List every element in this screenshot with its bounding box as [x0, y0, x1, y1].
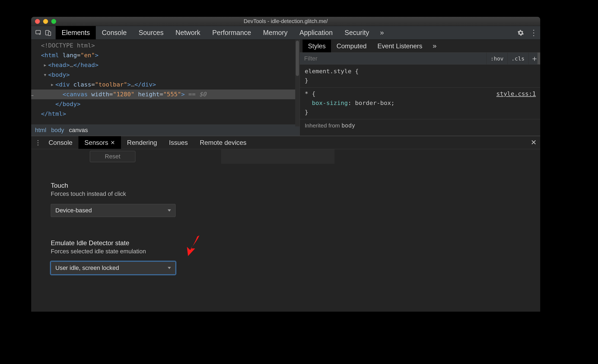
styles-panel: StylesComputedEvent Listeners» :hov .cls…	[300, 40, 540, 136]
dom-node[interactable]: <canvas width="1280" height="555"> == $0	[31, 90, 300, 99]
element-style-rule: element.style { }	[305, 67, 536, 85]
cls-toggle[interactable]: .cls	[507, 53, 528, 64]
touch-select[interactable]: Device-based	[51, 204, 176, 217]
idle-subtitle: Forces selected idle state emulation	[51, 248, 176, 255]
breadcrumb: htmlbodycanvas	[31, 124, 300, 136]
disabled-field-placeholder	[221, 149, 335, 164]
idle-state-select[interactable]: User idle, screen locked	[51, 261, 176, 274]
touch-title: Touch	[51, 182, 176, 189]
dom-node[interactable]: </body>	[36, 99, 300, 109]
drawer-tab-remote-devices[interactable]: Remote devices	[194, 136, 252, 149]
tab-memory[interactable]: Memory	[257, 26, 293, 39]
styles-filter-row: :hov .cls ＋	[300, 53, 540, 65]
device-toggle-icon[interactable]	[45, 29, 52, 36]
styles-tab-event-listeners[interactable]: Event Listeners	[372, 40, 428, 52]
styles-filter-input[interactable]	[300, 53, 486, 64]
main-toolbar: ElementsConsoleSourcesNetworkPerformance…	[31, 26, 540, 40]
reset-button[interactable]: Reset	[90, 151, 135, 162]
annotation-arrow-icon	[183, 233, 202, 258]
hov-toggle[interactable]: :hov	[486, 53, 507, 64]
chevron-down-icon	[168, 267, 171, 269]
sensors-drawer-body: Reset Touch Forces touch instead of clic…	[31, 149, 540, 312]
elements-panel: <!DOCTYPE html> <html lang="en"> ▸<head>…	[31, 40, 300, 136]
styles-scrollbar-sliver	[537, 53, 540, 64]
window-title: DevTools - idle-detection.glitch.me/	[31, 18, 540, 24]
rule-close: }	[305, 109, 308, 116]
toolbar-overflow-icon[interactable]: »	[375, 26, 389, 39]
touch-setting: Touch Forces touch instead of click Devi…	[51, 182, 176, 217]
dom-node[interactable]: <!DOCTYPE html>	[36, 41, 300, 50]
styles-rules[interactable]: element.style { } * { style.css:1 box-si…	[300, 65, 540, 136]
chevron-down-icon	[168, 209, 171, 212]
drawer-tab-label: Console	[49, 139, 72, 146]
star-rule: * { style.css:1 box-sizing: border-box; …	[305, 89, 536, 117]
drawer-tab-rendering[interactable]: Rendering	[121, 136, 163, 149]
settings-gear-icon[interactable]	[514, 26, 527, 39]
svg-rect-2	[48, 32, 51, 36]
dom-node[interactable]: <html lang="en">	[36, 50, 300, 60]
rule-source-link[interactable]: style.css:1	[496, 89, 536, 98]
drawer-tabs: ⋮ ConsoleSensors✕RenderingIssuesRemote d…	[31, 136, 540, 149]
tab-application[interactable]: Application	[294, 26, 339, 39]
svg-rect-0	[36, 30, 40, 34]
styles-tab-styles[interactable]: Styles	[303, 40, 331, 52]
rule-selector: element.style {	[305, 68, 359, 75]
idle-title: Emulate Idle Detector state	[51, 239, 176, 247]
window-zoom-button[interactable]	[51, 19, 56, 24]
toolbar-menu-icon[interactable]: ⋮	[527, 26, 540, 39]
drawer-menu-icon[interactable]: ⋮	[33, 136, 43, 149]
dom-scrollbar[interactable]	[295, 40, 300, 126]
traffic-lights	[31, 19, 56, 24]
styles-tabs: StylesComputedEvent Listeners»	[300, 40, 540, 53]
inspect-element-icon[interactable]	[35, 29, 42, 36]
inherited-from-label: Inherited from body	[305, 121, 536, 130]
devtools-window: DevTools - idle-detection.glitch.me/ Ele…	[31, 17, 540, 312]
main-split: <!DOCTYPE html> <html lang="en"> ▸<head>…	[31, 40, 540, 136]
idle-detector-setting: Emulate Idle Detector state Forces selec…	[51, 239, 176, 274]
tab-performance[interactable]: Performance	[206, 26, 257, 39]
tab-security[interactable]: Security	[339, 26, 375, 39]
dom-node[interactable]: ▸<div class="toolbar">…</div>	[36, 80, 300, 90]
rule-value[interactable]: : border-box;	[348, 100, 395, 106]
styles-overflow-icon[interactable]: »	[428, 40, 441, 52]
rule-selector: * {	[305, 90, 316, 97]
drawer-tab-sensors[interactable]: Sensors✕	[78, 136, 121, 149]
dom-node[interactable]: </html>	[36, 109, 300, 119]
breadcrumb-item[interactable]: html	[35, 127, 46, 134]
drawer-tab-label: Rendering	[127, 139, 157, 146]
touch-subtitle: Forces touch instead of click	[51, 190, 176, 197]
window-close-button[interactable]	[35, 19, 40, 24]
drawer: ⋮ ConsoleSensors✕RenderingIssuesRemote d…	[31, 136, 540, 312]
drawer-close-button[interactable]: ✕	[527, 136, 540, 149]
window-minimize-button[interactable]	[43, 19, 48, 24]
breadcrumb-item[interactable]: body	[51, 127, 64, 134]
titlebar: DevTools - idle-detection.glitch.me/	[31, 17, 540, 26]
breadcrumb-item[interactable]: canvas	[69, 127, 88, 134]
touch-select-value: Device-based	[55, 207, 92, 214]
tab-elements[interactable]: Elements	[56, 26, 96, 39]
drawer-tab-console[interactable]: Console	[43, 136, 78, 149]
tab-network[interactable]: Network	[170, 26, 206, 39]
new-style-rule-button[interactable]: ＋	[528, 53, 540, 64]
dom-tree[interactable]: <!DOCTYPE html> <html lang="en"> ▸<head>…	[31, 40, 300, 124]
rule-close: }	[305, 77, 308, 84]
drawer-tab-label: Remote devices	[200, 139, 246, 146]
drawer-tab-issues[interactable]: Issues	[163, 136, 194, 149]
idle-select-value: User idle, screen locked	[55, 264, 119, 272]
styles-tab-computed[interactable]: Computed	[331, 40, 372, 52]
dom-node[interactable]: ▸<head>…</head>	[36, 60, 300, 70]
tab-sources[interactable]: Sources	[133, 26, 170, 39]
dom-node[interactable]: ▾<body>	[36, 70, 300, 80]
rule-property[interactable]: box-sizing	[312, 100, 348, 106]
tab-console[interactable]: Console	[96, 26, 133, 39]
drawer-tab-label: Sensors	[84, 139, 108, 146]
close-icon[interactable]: ✕	[110, 139, 115, 146]
drawer-tab-label: Issues	[169, 139, 188, 146]
